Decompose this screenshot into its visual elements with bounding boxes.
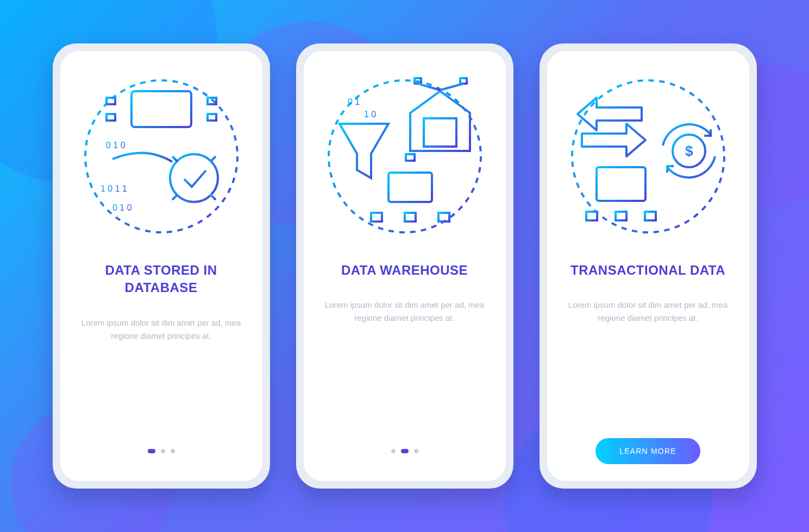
onboarding-title: DATA STORED IN DATABASE bbox=[76, 262, 247, 297]
svg-text:0 1: 0 1 bbox=[348, 97, 360, 106]
database-mining-icon: 0 1 0 1 0 1 1 0 1 0 bbox=[80, 75, 243, 238]
page-dots bbox=[148, 449, 175, 453]
page-dot-3[interactable] bbox=[171, 449, 175, 453]
page-dot-1[interactable] bbox=[391, 449, 396, 453]
svg-line-25 bbox=[172, 194, 178, 200]
svg-rect-8 bbox=[106, 98, 115, 104]
onboarding-screen-3: $ bbox=[547, 51, 749, 481]
svg-rect-41 bbox=[406, 154, 415, 161]
svg-text:$: $ bbox=[685, 143, 693, 159]
svg-line-24 bbox=[210, 194, 216, 200]
page-dots bbox=[391, 449, 418, 453]
svg-rect-60 bbox=[645, 212, 656, 220]
onboarding-title: DATA WAREHOUSE bbox=[341, 262, 468, 279]
svg-rect-12 bbox=[208, 114, 216, 121]
onboarding-footer bbox=[391, 438, 418, 465]
svg-line-36 bbox=[440, 84, 463, 90]
onboarding-screen-2: 0 1 1 0 bbox=[304, 51, 506, 481]
page-dot-3[interactable] bbox=[414, 449, 418, 453]
phones-row: 0 1 0 1 0 1 1 0 1 0 bbox=[53, 43, 757, 489]
svg-line-22 bbox=[210, 156, 216, 162]
onboarding-body: Lorem ipsum dolor sit dim amet per ad, m… bbox=[323, 299, 486, 325]
onboarding-footer bbox=[148, 438, 175, 465]
onboarding-footer: LEARN MORE bbox=[595, 438, 700, 465]
onboarding-body: Lorem ipsum dolor sit dim amet per ad, m… bbox=[80, 316, 243, 343]
svg-point-47 bbox=[572, 80, 724, 232]
page-dot-1[interactable] bbox=[148, 449, 155, 453]
svg-rect-34 bbox=[460, 78, 467, 84]
svg-text:0 1 0: 0 1 0 bbox=[106, 141, 126, 150]
svg-line-23 bbox=[172, 156, 178, 162]
svg-rect-46 bbox=[438, 213, 449, 221]
phone-frame: 0 1 0 1 0 1 1 0 1 0 bbox=[53, 43, 270, 489]
svg-rect-45 bbox=[405, 213, 416, 221]
onboarding-title: TRANSACTIONAL DATA bbox=[570, 262, 725, 279]
page-dot-2[interactable] bbox=[401, 449, 409, 453]
svg-text:1 0 1 1: 1 0 1 1 bbox=[101, 184, 127, 193]
svg-rect-44 bbox=[371, 213, 382, 221]
onboarding-body: Lorem ipsum dolor sit dim amet per ad, m… bbox=[567, 299, 730, 325]
page-dot-2[interactable] bbox=[161, 449, 165, 453]
onboarding-screen-1: 0 1 0 1 0 1 1 0 1 0 bbox=[60, 51, 262, 481]
svg-rect-9 bbox=[106, 114, 115, 121]
svg-rect-59 bbox=[616, 212, 626, 220]
svg-text:0 1 0: 0 1 0 bbox=[112, 203, 132, 212]
svg-text:1 0: 1 0 bbox=[364, 110, 376, 119]
transactional-data-icon: $ bbox=[567, 75, 730, 238]
learn-more-button[interactable]: LEARN MORE bbox=[595, 438, 700, 464]
svg-rect-37 bbox=[388, 173, 432, 202]
svg-rect-58 bbox=[586, 212, 597, 220]
phone-frame: 0 1 1 0 bbox=[296, 43, 513, 489]
svg-rect-29 bbox=[424, 118, 456, 147]
data-warehouse-icon: 0 1 1 0 bbox=[323, 75, 486, 238]
phone-frame: $ bbox=[540, 43, 757, 489]
